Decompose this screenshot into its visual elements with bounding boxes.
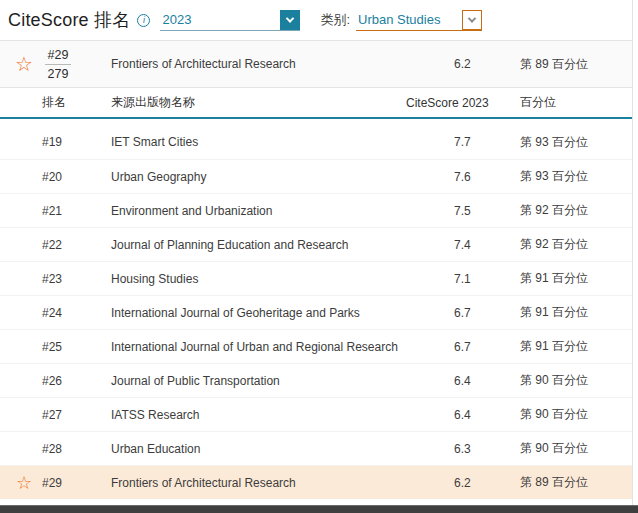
row-rank: #26 — [40, 374, 111, 388]
row-rank: #19 — [40, 135, 111, 149]
row-citescore: 6.4 — [406, 408, 520, 422]
column-percentile: 百分位 — [520, 94, 632, 111]
table-row[interactable]: ☆ #26 Journal of Public Transportation 6… — [0, 363, 632, 397]
row-citescore: 6.7 — [406, 340, 520, 354]
table-row[interactable]: ☆ #20 Urban Geography 7.6 第 93 百分位 — [0, 159, 632, 193]
row-journal-title: Housing Studies — [111, 272, 406, 286]
bottom-bar — [0, 505, 638, 513]
row-rank: #24 — [40, 306, 111, 320]
fraction-divider — [45, 64, 71, 65]
table-header: 排名 来源出版物名称 CiteScore 2023 百分位 — [0, 88, 632, 119]
category-dropdown-button[interactable] — [462, 10, 482, 30]
row-journal-title: Urban Education — [111, 442, 406, 456]
row-rank: #28 — [40, 442, 111, 456]
row-journal-title: International Journal of Geoheritage and… — [111, 306, 406, 320]
row-percentile: 第 93 百分位 — [520, 168, 632, 185]
table-row[interactable]: ☆ #29 Frontiers of Architectural Researc… — [0, 465, 632, 499]
row-rank: #20 — [40, 170, 111, 184]
category-label: 类别: — [320, 11, 350, 29]
row-rank: #29 — [40, 476, 111, 490]
percentile-value: 第 89 百分位 — [520, 56, 632, 73]
row-percentile: 第 92 百分位 — [520, 236, 632, 253]
row-percentile: 第 91 百分位 — [520, 270, 632, 287]
category-dropdown[interactable]: Urban Studies — [356, 10, 482, 31]
row-rank: #25 — [40, 340, 111, 354]
panel-header: CiteScore 排名 i 2023 类别: Urban Studies — [0, 0, 632, 40]
row-citescore: 7.4 — [406, 238, 520, 252]
row-journal-title: Journal of Public Transportation — [111, 374, 406, 388]
year-dropdown-value: 2023 — [160, 12, 191, 30]
table-row[interactable]: ☆ #24 International Journal of Geoherita… — [0, 295, 632, 329]
year-dropdown-button[interactable] — [280, 10, 300, 30]
column-source: 来源出版物名称 — [111, 94, 406, 111]
citescore-value: 6.2 — [406, 57, 520, 71]
rank-fraction: #29 279 — [40, 48, 76, 81]
category-dropdown-value: Urban Studies — [356, 12, 440, 30]
row-citescore: 7.6 — [406, 170, 520, 184]
row-journal-title: IATSS Research — [111, 408, 406, 422]
table-body: ☆ #19 IET Smart Cities 7.7 第 93 百分位 ☆ #2… — [0, 119, 632, 499]
favorite-star-icon[interactable]: ☆ — [0, 54, 40, 74]
row-percentile: 第 91 百分位 — [520, 304, 632, 321]
rank-value: #29 — [48, 48, 69, 62]
row-percentile: 第 89 百分位 — [520, 474, 632, 491]
row-rank: #22 — [40, 238, 111, 252]
page-title: CiteScore 排名 — [8, 8, 130, 32]
favorite-star-icon[interactable]: ☆ — [0, 474, 40, 492]
year-dropdown[interactable]: 2023 — [160, 10, 300, 31]
row-citescore: 7.5 — [406, 204, 520, 218]
row-rank: #27 — [40, 408, 111, 422]
row-rank: #23 — [40, 272, 111, 286]
column-rank: 排名 — [40, 94, 111, 111]
pinned-journal-summary[interactable]: ☆ #29 279 Frontiers of Architectural Res… — [0, 40, 632, 88]
row-citescore: 6.7 — [406, 306, 520, 320]
table-row[interactable]: ☆ #27 IATSS Research 6.4 第 90 百分位 — [0, 397, 632, 431]
row-citescore: 6.2 — [406, 476, 520, 490]
row-journal-title: International Journal of Urban and Regio… — [111, 340, 406, 354]
row-percentile: 第 92 百分位 — [520, 202, 632, 219]
row-percentile: 第 93 百分位 — [520, 134, 632, 151]
citescore-rank-panel: CiteScore 排名 i 2023 类别: Urban Studies ☆ … — [0, 0, 633, 505]
table-row[interactable]: ☆ #25 International Journal of Urban and… — [0, 329, 632, 363]
row-citescore: 6.4 — [406, 374, 520, 388]
row-percentile: 第 90 百分位 — [520, 372, 632, 389]
table-row[interactable]: ☆ #23 Housing Studies 7.1 第 91 百分位 — [0, 261, 632, 295]
row-percentile: 第 90 百分位 — [520, 406, 632, 423]
row-citescore: 7.7 — [406, 135, 520, 149]
table-row[interactable]: ☆ #22 Journal of Planning Education and … — [0, 227, 632, 261]
table-row[interactable]: ☆ #28 Urban Education 6.3 第 90 百分位 — [0, 431, 632, 465]
row-citescore: 7.1 — [406, 272, 520, 286]
row-percentile: 第 90 百分位 — [520, 440, 632, 457]
journal-title: Frontiers of Architectural Research — [111, 57, 406, 71]
row-rank: #21 — [40, 204, 111, 218]
info-icon[interactable]: i — [137, 14, 150, 27]
chevron-down-icon — [468, 14, 476, 22]
row-journal-title: IET Smart Cities — [111, 135, 406, 149]
column-citescore: CiteScore 2023 — [406, 96, 520, 110]
chevron-down-icon — [286, 14, 294, 22]
rank-total: 279 — [48, 67, 69, 81]
row-journal-title: Environment and Urbanization — [111, 204, 406, 218]
row-citescore: 6.3 — [406, 442, 520, 456]
row-percentile: 第 91 百分位 — [520, 338, 632, 355]
row-journal-title: Journal of Planning Education and Resear… — [111, 238, 406, 252]
row-journal-title: Urban Geography — [111, 170, 406, 184]
table-row[interactable]: ☆ #19 IET Smart Cities 7.7 第 93 百分位 — [0, 125, 632, 159]
table-row[interactable]: ☆ #21 Environment and Urbanization 7.5 第… — [0, 193, 632, 227]
row-journal-title: Frontiers of Architectural Research — [111, 476, 406, 490]
